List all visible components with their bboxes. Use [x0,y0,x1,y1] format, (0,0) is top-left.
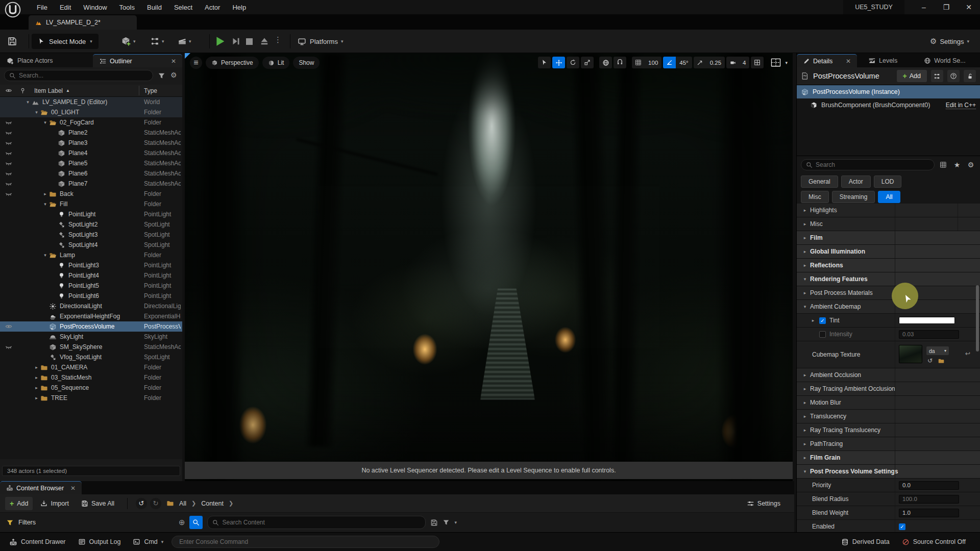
expander-arrow-icon[interactable]: ▸ [802,263,808,268]
details-subcategory-row[interactable]: ▸Ray Tracing Translucency [797,423,980,437]
filter-chip-streaming[interactable]: Streaming [832,191,875,203]
maximize-viewport-button[interactable] [751,57,764,68]
type-header[interactable]: Type [144,87,157,94]
edit-in-cpp-link[interactable]: Edit in C++ [946,102,976,109]
outliner-row[interactable]: SpotLight4SpotLight [0,240,182,250]
stop-button[interactable] [246,38,253,45]
menu-edit[interactable]: Edit [54,0,77,14]
perspective-dropdown[interactable]: Perspective [206,57,259,69]
expander-arrow-icon[interactable]: ▸ [802,290,808,295]
texture-asset-dropdown[interactable]: da▾ [926,346,949,355]
outliner-row[interactable]: Vfog_SpotLightSpotLight [0,352,182,362]
filters-label[interactable]: Filters [18,519,36,526]
panel-splitter[interactable] [793,53,796,532]
eye-closed-icon[interactable] [4,149,13,157]
filter-chip-misc[interactable]: Misc [801,191,829,203]
outliner-row[interactable]: Plane4StaticMeshAc [0,148,182,158]
add-filter-icon[interactable]: ⊕ [179,518,185,527]
eye-closed-icon[interactable] [4,160,13,167]
maximize-button[interactable]: ❐ [935,0,958,14]
cinematics-button[interactable]: ▾ [177,34,191,49]
lock-button[interactable] [964,70,976,82]
eye-closed-icon[interactable] [4,129,13,136]
outliner-row[interactable]: Plane7StaticMeshAc [0,179,182,189]
eye-closed-icon[interactable] [4,170,13,177]
tint-color-swatch[interactable] [899,317,955,324]
filter-chip-actor[interactable]: Actor [841,176,871,188]
enabled-checkbox[interactable]: ✓ [899,523,905,530]
camera-button[interactable] [726,57,739,68]
expander-arrow-icon[interactable]: ▸ [42,191,48,196]
property-value-field[interactable]: 100.0 [899,495,959,504]
close-icon[interactable]: ✕ [171,58,176,65]
component-row-brush[interactable]: BrushComponent (BrushComponent0) Edit in… [797,98,980,112]
menu-window[interactable]: Window [77,0,113,14]
chevron-down-icon[interactable]: ▾ [454,520,457,525]
menu-select[interactable]: Select [168,0,199,14]
tab-details[interactable]: Details ✕ [797,54,857,67]
outliner-row[interactable]: PointLightPointLight [0,209,182,219]
chevron-down-icon[interactable]: ▾ [785,60,788,65]
expander-arrow-icon[interactable]: ▸ [802,428,808,433]
details-category-row[interactable]: ▸Misc [797,217,980,231]
eye-closed-icon[interactable] [4,180,13,187]
visibility-column-icon[interactable] [5,87,13,94]
minimize-button[interactable]: – [913,0,935,14]
output-log-button[interactable]: Output Log [74,533,125,551]
details-subcategory-row[interactable]: ▸PathTracing [797,437,980,450]
outliner-row[interactable]: Plane2StaticMeshAc [0,128,182,138]
grid-snap-value[interactable]: 100 [645,57,662,68]
details-category-row[interactable]: ▸Reflections [797,259,980,272]
details-property-row[interactable]: Priority0.0 [797,479,980,492]
move-tool-button[interactable] [552,57,565,68]
grid-snap-button[interactable] [632,57,645,68]
tint-checkbox[interactable]: ✓ [819,317,826,324]
details-subcategory-row[interactable]: ▸Motion Blur [797,396,980,409]
details-search-input[interactable]: Search [801,159,935,170]
intensity-value-field[interactable]: 0.03 [899,330,959,339]
details-category-row[interactable]: ▾Post Process Volume Settings [797,465,980,478]
surface-snap-button[interactable] [614,57,626,68]
blueprint-edit-button[interactable] [931,70,943,82]
details-property-row[interactable]: Cubemap Textureda▾↺↩ [797,341,980,368]
eye-closed-icon[interactable] [4,119,13,126]
eye-closed-icon[interactable] [4,343,13,350]
reset-to-default-icon[interactable]: ↩ [965,350,970,357]
details-property-row[interactable]: Blend Radius100.0 [797,492,980,506]
viewport-scene[interactable] [185,53,793,481]
cubemap-thumbnail[interactable] [899,345,922,363]
select-mode-dropdown[interactable]: Select Mode ▾ [32,34,99,49]
breadcrumb-path[interactable]: Content [201,500,224,507]
eject-button[interactable] [259,36,270,47]
forward-icon[interactable]: ↻ [150,498,161,509]
expander-arrow-icon[interactable]: ▾ [802,304,808,309]
outliner-row[interactable]: Plane6StaticMeshAc [0,168,182,179]
camera-speed-button[interactable] [694,57,706,68]
viewport-layout-icon[interactable] [768,57,783,68]
cb-settings-dropdown[interactable]: Settings [742,497,785,510]
scale-tool-button[interactable] [581,57,594,68]
expander-arrow-icon[interactable]: ▸ [802,414,808,419]
skip-button[interactable] [231,36,241,47]
cmd-dropdown[interactable]: Cmd ▾ [129,533,167,551]
use-selected-asset-icon[interactable]: ↺ [927,357,933,364]
import-button[interactable]: Import [36,497,73,510]
outliner-row[interactable]: ExponentialHeightFogExponentialHe [0,311,182,321]
details-subcategory-row[interactable]: ▾Ambient Cubemap [797,300,980,313]
outliner-row[interactable]: ▾FillFolder [0,199,182,209]
outliner-row[interactable]: ▸05_SequenceFolder [0,383,182,393]
tab-levels[interactable]: Levels [862,54,903,67]
outliner-row[interactable]: ▸03_StaticMeshFolder [0,372,182,383]
content-search-input[interactable]: Search Content [207,516,426,529]
details-category-row[interactable]: ▸Film [797,231,980,244]
outliner-settings-gear-icon[interactable]: ⚙ [170,71,177,79]
outliner-row[interactable]: PointLight5PointLight [0,281,182,291]
details-property-row[interactable]: ▸✓Tint [797,314,980,327]
rotation-snap-value[interactable]: 45° [676,57,692,68]
derived-data-button[interactable]: Derived Data [837,533,894,551]
expander-arrow-icon[interactable]: ▸ [810,318,816,323]
expander-arrow-icon[interactable]: ▾ [24,99,31,105]
expander-arrow-icon[interactable]: ▸ [802,372,808,378]
details-property-row[interactable]: Enabled✓ [797,520,980,532]
eye-open-icon[interactable] [4,323,13,330]
